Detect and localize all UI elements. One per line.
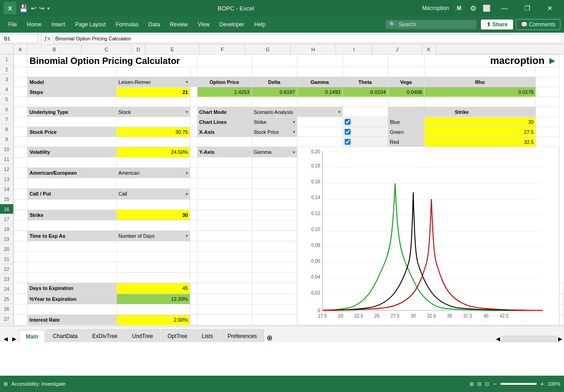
r23-days-value[interactable]: 45 [116, 283, 190, 294]
tab-undtree[interactable]: UndTree [125, 329, 160, 342]
fx-icon[interactable]: ƒx [44, 35, 50, 42]
r9-red-value[interactable]: 32.5 [424, 137, 536, 147]
r8-green-value[interactable]: 27.5 [424, 127, 536, 137]
tab-preferences[interactable]: Preferences [221, 329, 264, 342]
col-header-a[interactable]: A [14, 44, 27, 54]
quick-access-undo[interactable]: ↩ [31, 5, 36, 12]
name-box[interactable] [2, 34, 38, 43]
r4-steps-value[interactable]: 21 [116, 87, 190, 97]
quick-access-save[interactable]: 💾 [19, 4, 28, 13]
share-button[interactable]: ⬆ Share [481, 20, 513, 29]
tab-lists[interactable]: Lists [195, 329, 220, 342]
restore-button[interactable]: ❐ [517, 0, 538, 16]
r10-vol-value[interactable]: 24.50% [116, 147, 190, 157]
zoom-slider[interactable] [500, 383, 537, 385]
r2-k [536, 67, 559, 77]
r8-xaxis-value[interactable]: Stock Price ▾ [252, 127, 297, 137]
r3-model-value[interactable]: Leisen-Reimer ▾ [116, 77, 190, 87]
tab-chartdata[interactable]: ChartData [46, 329, 84, 342]
r14-callput-value[interactable]: Call ▾ [116, 189, 190, 199]
menu-help[interactable]: Help [250, 20, 270, 29]
user-badge[interactable]: M [453, 2, 465, 15]
col-header-g[interactable]: G [245, 44, 291, 54]
menu-data[interactable]: Data [144, 20, 164, 29]
add-sheet-button[interactable]: ⊕ [267, 333, 272, 342]
settings-icon[interactable]: ⚙ [470, 4, 476, 13]
r24-year-label: %Year to Expiration [28, 294, 117, 304]
r18-time-value[interactable]: Number of Days ▾ [116, 230, 190, 241]
r18-d [190, 230, 197, 241]
svg-text:0.04: 0.04 [311, 274, 320, 279]
green-checkbox[interactable] [345, 129, 351, 135]
r4-k [536, 87, 559, 97]
menu-developer[interactable]: Developer [215, 20, 249, 29]
formula-icons: ƒx [44, 35, 50, 42]
row-9: Red 32.5 [14, 137, 564, 147]
r6-underlying-label: Underlying Type [28, 107, 117, 117]
col-header-k[interactable]: K [422, 44, 436, 54]
view-layout-icon[interactable]: ⊟ [477, 381, 481, 387]
menu-view[interactable]: View [193, 20, 214, 29]
red-checkbox[interactable] [345, 139, 351, 145]
zoom-out-icon[interactable]: − [493, 380, 496, 387]
col-header-e[interactable]: E [145, 44, 200, 54]
col-header-d[interactable]: D [132, 44, 145, 54]
horizontal-scrollbar[interactable] [502, 336, 556, 342]
cell-mode-icon: ⊞ [4, 381, 8, 387]
comments-button[interactable]: 💬 Comments [516, 19, 560, 30]
r12-amer-value[interactable]: American ▾ [116, 168, 190, 178]
r8-stock-value[interactable]: 30.75 [116, 127, 190, 137]
minimize-button[interactable]: — [494, 0, 515, 16]
blue-checkbox[interactable] [345, 119, 351, 125]
zoom-in-icon[interactable]: + [540, 380, 544, 387]
r6-chart-mode-value[interactable]: Scenario Analysis ▾ [252, 107, 342, 117]
col-header-f[interactable]: F [200, 44, 245, 54]
menu-page-layout[interactable]: Page Layout [70, 20, 110, 29]
callput-arrow: ▾ [186, 191, 188, 196]
menu-formulas[interactable]: Formulas [111, 20, 143, 29]
menu-home[interactable]: Home [22, 20, 46, 29]
menu-file[interactable]: File [4, 20, 21, 29]
rownum-13: 13 [0, 174, 13, 184]
r7-chart-lines-value[interactable]: Strike ▾ [252, 117, 297, 127]
quick-access-more[interactable]: ▾ [47, 6, 49, 11]
menu-review[interactable]: Review [165, 20, 192, 29]
col-header-b[interactable]: B [27, 44, 82, 54]
r17-f [252, 220, 297, 230]
r20-a [14, 252, 28, 262]
r14-callput-label: Call / Put [28, 189, 117, 199]
view-normal-icon[interactable]: ⊞ [470, 381, 474, 387]
rownum-14: 14 [0, 184, 13, 194]
r5-k [536, 97, 559, 107]
r3-theta: Theta [342, 77, 388, 87]
scroll-tabs-right[interactable]: ▶ [10, 336, 18, 342]
view-page-break-icon[interactable]: ⊡ [485, 381, 489, 387]
col-header-h[interactable]: H [291, 44, 336, 54]
ribbon-icon[interactable]: ⬜ [483, 5, 490, 12]
r10-yaxis-value[interactable]: Gamma ▾ [252, 147, 297, 157]
col-header-i[interactable]: I [336, 44, 372, 54]
col-header-j[interactable]: J [372, 44, 422, 54]
tab-main[interactable]: Main [19, 330, 45, 343]
rownum-8: 8 [0, 124, 13, 134]
r16-strike-value[interactable]: 30 [116, 210, 190, 220]
close-button[interactable]: ✕ [539, 0, 560, 16]
r9-c [116, 137, 190, 147]
menu-insert[interactable]: Insert [47, 20, 69, 29]
search-box[interactable]: 🔍 Search [386, 20, 476, 29]
r26-rate-value[interactable]: 2.00% [116, 314, 190, 325]
scroll-tabs-left[interactable]: ◀ [2, 336, 10, 342]
r2-i [388, 67, 424, 77]
r7-blue-value[interactable]: 30 [424, 117, 536, 127]
tab-exdivtree[interactable]: ExDivTree [85, 329, 124, 342]
col-header-c[interactable]: C [82, 44, 132, 54]
r6-underlying-value[interactable]: Stock ▾ [116, 107, 190, 117]
svg-text:0.20: 0.20 [311, 149, 320, 154]
r26-d [190, 314, 197, 325]
accessibility-text: Accessibility: Investigate [11, 381, 65, 387]
tab-opttree[interactable]: OptTree [161, 329, 194, 342]
quick-access-redo[interactable]: ↪ [39, 5, 45, 12]
scroll-right-btn2[interactable]: ▶ [558, 336, 562, 342]
svg-text:0.06: 0.06 [311, 259, 320, 264]
scroll-right-btn[interactable]: ◀ [496, 336, 500, 342]
